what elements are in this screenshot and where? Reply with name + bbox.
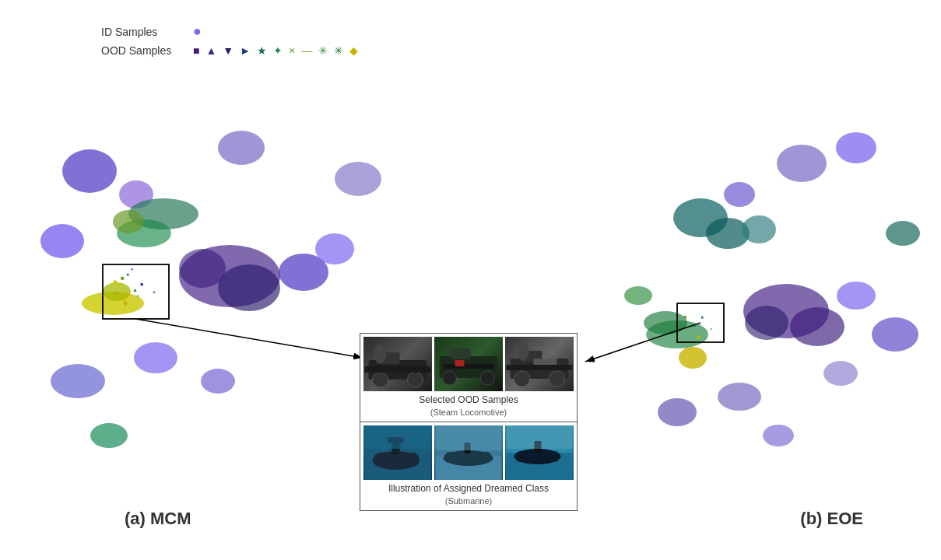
svg-line-42: [585, 323, 700, 362]
dreamed-class-label: Illustration of Assigned Dreamed Class (…: [363, 483, 574, 507]
ood-title: Selected OOD Samples: [419, 394, 518, 405]
svg-point-22: [673, 198, 728, 237]
svg-rect-84: [365, 425, 431, 449]
train-images: [363, 337, 574, 391]
svg-point-30: [679, 347, 707, 369]
legend-ood-sym5: ★: [257, 44, 267, 57]
svg-rect-90: [436, 425, 502, 450]
svg-text:■: ■: [140, 282, 143, 287]
svg-point-2: [119, 180, 153, 208]
svg-text:+: +: [115, 291, 118, 296]
svg-point-0: [62, 149, 117, 193]
svg-text:▼: ▼: [152, 290, 156, 295]
svg-point-62: [408, 372, 423, 387]
svg-point-4: [279, 254, 328, 291]
svg-point-64: [374, 345, 387, 363]
legend-ood-sym8: —: [301, 44, 312, 57]
svg-point-25: [743, 284, 829, 338]
legend-ood-sym10: ✳: [334, 44, 343, 57]
dreamed-class-section: Illustration of Assigned Dreamed Class (…: [360, 422, 577, 510]
svg-point-12: [82, 292, 144, 315]
svg-point-29: [644, 311, 687, 334]
svg-point-3: [218, 131, 265, 165]
svg-point-34: [718, 383, 761, 411]
svg-rect-77: [507, 365, 573, 370]
train-image-3: [505, 337, 574, 391]
svg-point-6: [179, 245, 280, 307]
svg-text:×: ×: [136, 293, 139, 299]
svg-point-10: [117, 219, 171, 247]
legend: ID Samples ● OOD Samples ■ ▲ ▼ ► ★ ✦ × —…: [101, 23, 358, 57]
ood-samples-section: Selected OOD Samples (Steam Locomotive): [360, 334, 577, 422]
main-container: ID Samples ● OOD Samples ■ ▲ ▼ ► ★ ✦ × —…: [0, 0, 941, 560]
svg-text:▲: ▲: [132, 287, 138, 292]
svg-point-67: [443, 371, 457, 385]
svg-point-9: [128, 198, 198, 229]
svg-point-26: [790, 307, 844, 346]
dreamed-subtitle: (Submarine): [445, 496, 493, 506]
svg-rect-71: [455, 360, 465, 366]
svg-text:●: ●: [131, 267, 134, 271]
svg-rect-40: [677, 303, 724, 342]
sub-image-1: [363, 425, 432, 480]
sub-image-3: [505, 425, 574, 480]
eoe-label: (b) EOE: [800, 509, 863, 529]
svg-text:■: ■: [683, 314, 686, 320]
svg-point-1: [40, 224, 84, 258]
svg-rect-96: [507, 425, 573, 449]
svg-point-16: [201, 369, 235, 394]
ood-subtitle: (Steam Locomotive): [430, 408, 507, 417]
svg-point-15: [134, 342, 177, 373]
svg-point-68: [481, 371, 495, 385]
info-box: Selected OOD Samples (Steam Locomotive): [360, 333, 578, 511]
submarine-images: [363, 425, 574, 480]
legend-id-row: ID Samples ●: [101, 23, 358, 40]
svg-rect-94: [516, 451, 560, 462]
legend-id-label: ID Samples: [101, 26, 187, 38]
svg-point-8: [218, 264, 280, 311]
svg-point-38: [624, 286, 652, 305]
svg-text:◆: ◆: [113, 278, 118, 285]
svg-text:×: ×: [710, 327, 713, 331]
legend-ood-label: OOD Samples: [101, 44, 187, 57]
svg-point-11: [113, 210, 144, 233]
svg-point-35: [763, 425, 794, 446]
svg-point-13: [103, 282, 131, 301]
svg-point-61: [373, 372, 388, 387]
svg-point-18: [90, 423, 128, 448]
legend-id-symbol: ●: [193, 23, 202, 40]
svg-rect-69: [451, 348, 471, 359]
svg-point-17: [51, 364, 105, 398]
svg-point-37: [886, 221, 920, 246]
svg-point-76: [518, 344, 529, 361]
svg-rect-88: [445, 452, 492, 463]
svg-text:◆: ◆: [123, 299, 128, 306]
svg-point-74: [550, 371, 565, 387]
svg-point-32: [872, 317, 918, 352]
legend-ood-sym6: ✦: [273, 44, 283, 57]
svg-point-23: [706, 218, 750, 249]
legend-ood-sym1: ■: [193, 44, 199, 57]
svg-text:●: ●: [126, 271, 129, 277]
ood-samples-label: Selected OOD Samples (Steam Locomotive): [363, 394, 574, 418]
svg-point-19: [777, 145, 827, 182]
dreamed-title: Illustration of Assigned Dreamed Class: [388, 483, 549, 494]
train-image-1: [363, 337, 432, 391]
svg-line-41: [135, 319, 363, 358]
legend-ood-sym3: ▼: [223, 44, 233, 57]
svg-point-21: [724, 182, 755, 207]
svg-point-20: [836, 132, 876, 163]
svg-point-73: [514, 371, 530, 387]
svg-point-7: [179, 249, 226, 288]
svg-rect-70: [444, 364, 494, 369]
svg-text:▲: ▲: [693, 323, 697, 327]
svg-point-14: [335, 162, 381, 196]
svg-rect-78: [534, 359, 557, 365]
legend-ood-sym9: ✳: [318, 44, 328, 57]
mcm-label: (a) MCM: [125, 509, 191, 529]
svg-text:●: ●: [700, 314, 704, 320]
svg-rect-39: [103, 264, 169, 319]
svg-point-27: [745, 306, 788, 340]
svg-point-36: [658, 398, 697, 426]
legend-ood-sym4: ►: [240, 44, 251, 57]
